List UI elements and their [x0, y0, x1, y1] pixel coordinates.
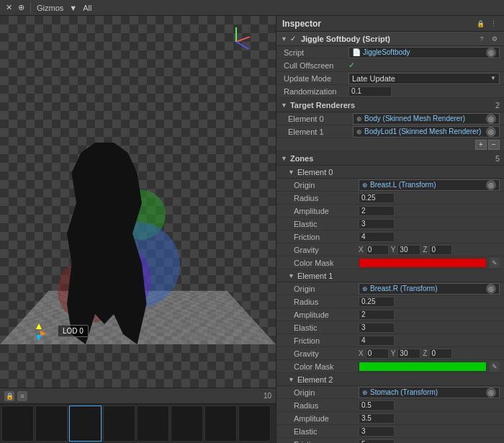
prop-randomization: Randomization [276, 85, 504, 98]
zone0-origin-label: Origin [294, 181, 359, 189]
film-frame-4[interactable] [103, 406, 135, 442]
zone1-header[interactable]: ▼ Element 1 [276, 269, 504, 282]
zone1-gz-field[interactable] [429, 349, 452, 359]
zone0-gy-field[interactable] [397, 245, 420, 255]
zone0-colormask-label: Color Mask [294, 259, 359, 267]
zone2-toggle[interactable]: ▼ [288, 376, 294, 383]
component-help-icon[interactable]: ? [477, 34, 487, 44]
script-label: Script [284, 48, 348, 57]
renderers-remove-btn[interactable]: − [488, 140, 500, 150]
zone0-elastic-row: Elastic [276, 218, 504, 231]
zone2-amplitude-field[interactable] [359, 413, 395, 424]
zone0-elastic-field[interactable] [359, 219, 395, 229]
component-toggle[interactable]: ▼ [281, 35, 287, 42]
zone1-gy-field[interactable] [397, 349, 420, 359]
section-zones[interactable]: ▼ Zones 5 [276, 151, 504, 166]
viewport-lock-icon[interactable]: 🔒 [4, 391, 14, 401]
zone1-elastic-label: Elastic [294, 323, 359, 332]
gizmos-button[interactable]: Gizmos [37, 4, 63, 12]
zone2-origin-ref[interactable]: ⊛ Stomach (Transform) ◎ [359, 387, 500, 398]
zone1-radius-row: Radius [276, 295, 504, 308]
section-target-renderers[interactable]: ▼ Target Renderers 2 [276, 98, 504, 112]
renderer1-select-btn[interactable]: ◎ [486, 127, 496, 137]
cull-offscreen-check[interactable]: ✓ [348, 61, 355, 70]
renderer-elem1-row: Element 1 ⊛ BodyLod1 (Skinned Mesh Rende… [276, 125, 504, 138]
zone0-header[interactable]: ▼ Element 0 [276, 166, 504, 179]
zone0-gx-field[interactable] [366, 245, 389, 255]
zone2-origin-btn[interactable]: ◎ [486, 388, 496, 398]
zone0-color-edit-btn[interactable]: ✎ [490, 258, 500, 268]
zone0-gz-field[interactable] [429, 245, 452, 255]
zone1-gx-field[interactable] [366, 349, 389, 359]
viewport-resolution: 10 [264, 392, 271, 400]
zone0-origin-icon: ⊛ [362, 182, 368, 189]
film-frame-2[interactable] [35, 406, 68, 442]
zone2-title: Element 2 [297, 375, 333, 384]
gizmos-dropdown-icon[interactable]: ▼ [69, 4, 77, 12]
zone1-amplitude-field[interactable] [359, 310, 395, 320]
inspector-lock-icon[interactable]: 🔒 [475, 19, 485, 29]
zone2-friction-field[interactable] [359, 439, 395, 444]
zone0-origin-btn[interactable]: ◎ [486, 180, 496, 190]
viewport-settings-icon[interactable]: ≡ [17, 391, 27, 401]
viewport: LOD 0 🔒 ≡ 10 [0, 16, 276, 443]
zone0-gz-label: Z [423, 246, 427, 254]
renderer-elem0-ref[interactable]: ⊛ Body (Skinned Mesh Renderer) ◎ [353, 113, 500, 125]
randomization-field[interactable] [348, 86, 392, 97]
zone2-radius-field[interactable] [359, 401, 395, 411]
script-select-btn[interactable]: ◎ [486, 48, 496, 58]
component-checkmark[interactable]: ✓ [290, 35, 296, 42]
zone1-toggle[interactable]: ▼ [288, 272, 294, 279]
update-mode-dropdown[interactable]: Late Update ▼ [348, 73, 500, 84]
all-label: All [83, 4, 91, 12]
component-name: Jiggle Softbody (Script) [301, 35, 474, 43]
zone1-friction-row: Friction [276, 334, 504, 347]
zone0-origin-ref[interactable]: ⊛ Breast.L (Transform) ◎ [359, 179, 500, 191]
viewport-bg[interactable]: LOD 0 [0, 16, 276, 388]
zone1-origin-ref[interactable]: ⊛ Breast.R (Transform) ◎ [359, 283, 500, 295]
character [36, 128, 180, 344]
zone1-color-edit-btn[interactable]: ✎ [490, 362, 500, 372]
renderer-elem1-ref[interactable]: ⊛ BodyLod1 (Skinned Mesh Renderer) ◎ [353, 126, 500, 138]
film-frame-1[interactable] [1, 406, 34, 442]
film-frame-5[interactable] [137, 406, 169, 442]
zone1-gravity-label: Gravity [294, 349, 359, 358]
film-frame-7[interactable] [204, 406, 237, 442]
zone0-toggle[interactable]: ▼ [288, 169, 294, 176]
film-frame-8[interactable] [238, 406, 271, 442]
zone1-color-bar[interactable] [359, 362, 487, 372]
zone0-amplitude-field[interactable] [359, 206, 395, 216]
toolbar-move[interactable]: ⊕ [18, 3, 24, 12]
renderer-elem1-value: ⊛ BodyLod1 (Skinned Mesh Renderer) ◎ [353, 126, 500, 138]
zone1-origin-label: Origin [294, 285, 359, 293]
zone2-header[interactable]: ▼ Element 2 [276, 373, 504, 386]
script-ref[interactable]: 📄 JiggleSoftbody ◎ [348, 47, 500, 58]
zone2-origin-label: Origin [294, 388, 359, 397]
zone2-origin-text: Stomach (Transform) [370, 388, 438, 396]
script-value: JiggleSoftbody [363, 48, 410, 56]
zone0-radius-field[interactable] [359, 193, 395, 203]
zone2-elastic-field[interactable] [359, 426, 395, 437]
zone1-radius-field[interactable] [359, 297, 395, 307]
renderer-elem0-row: Element 0 ⊛ Body (Skinned Mesh Renderer)… [276, 112, 504, 125]
renderer-elem1-label: Element 1 [288, 127, 353, 136]
zone1-origin-btn[interactable]: ◎ [486, 284, 496, 294]
renderers-add-btn[interactable]: + [475, 140, 487, 150]
inspector-kebab-icon[interactable]: ⋮ [488, 19, 498, 29]
prop-script: Script 📄 JiggleSoftbody ◎ [276, 46, 504, 59]
component-settings-icon[interactable]: ⚙ [490, 34, 500, 44]
zone1-elastic-field[interactable] [359, 323, 395, 333]
zone0-friction-field[interactable] [359, 232, 395, 242]
zones-toggle-icon: ▼ [281, 155, 287, 162]
renderer0-select-btn[interactable]: ◎ [486, 114, 496, 124]
gizmo-axes [218, 23, 254, 59]
film-frame-3[interactable] [69, 406, 102, 442]
film-frame-6[interactable] [171, 406, 203, 442]
zone0-friction-row: Friction [276, 231, 504, 243]
zone1-friction-field[interactable] [359, 336, 395, 346]
zone2-amplitude-label: Amplitude [294, 414, 359, 423]
inspector-scroll[interactable]: ▼ ✓ Jiggle Softbody (Script) ? ⚙ Script … [276, 32, 504, 443]
zone1-gravity-xyz: X Y Z [359, 349, 452, 359]
axis-y [235, 27, 237, 42]
zone0-color-bar[interactable] [359, 258, 487, 268]
